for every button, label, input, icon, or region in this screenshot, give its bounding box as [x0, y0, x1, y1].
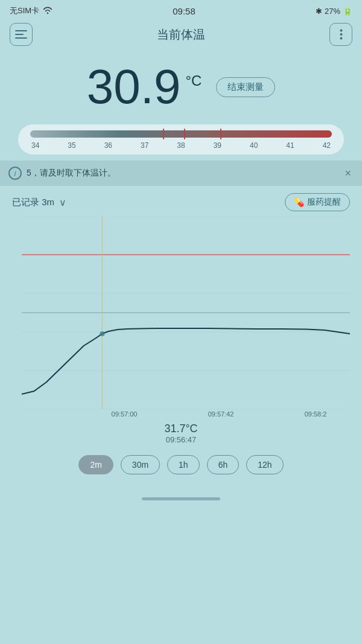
x-label-2: 09:57:42 [208, 410, 234, 418]
thermometer-scale: 34 35 36 37 38 39 40 41 42 [18, 124, 344, 155]
tooltip-temperature: 31.7°C [0, 422, 362, 435]
tick-375 [163, 129, 164, 139]
thermometer-track [30, 130, 332, 138]
bluetooth-icon: ✱ [316, 7, 322, 16]
chart-marker [100, 331, 104, 336]
menu-button[interactable] [10, 23, 33, 46]
temperature-value: 30.9 [87, 63, 181, 111]
app-header: 当前体温 [0, 19, 362, 52]
status-right: ✱ 27% 🔋 [316, 7, 352, 16]
home-indicator [142, 497, 220, 500]
time-range-buttons: 2m 30m 1h 6h 12h [0, 447, 362, 486]
record-label-group: 已记录 3m ∨ [12, 197, 66, 208]
svg-point-5 [340, 37, 342, 40]
svg-rect-0 [15, 30, 27, 31]
time-btn-6h[interactable]: 6h [207, 455, 240, 474]
scale-labels: 34 35 36 37 38 39 40 41 42 [30, 141, 332, 150]
chart-area [22, 216, 350, 409]
time-btn-12h[interactable]: 12h [246, 455, 283, 474]
temperature-unit: °C [185, 72, 202, 89]
time-btn-1h[interactable]: 1h [167, 455, 200, 474]
status-bar: 无SIM卡 09:58 ✱ 27% 🔋 [0, 0, 362, 19]
chart-section: 已记录 3m ∨ 💊 服药提醒 42 39 36 33 30 27 [0, 186, 362, 493]
time-display: 09:58 [173, 6, 195, 16]
chart-svg [22, 216, 350, 409]
x-axis-labels: 09:57:00 09:57:42 09:58:2 [0, 409, 362, 418]
x-label-3: 09:58:2 [305, 410, 327, 418]
info-close-button[interactable]: × [342, 167, 354, 180]
page-title: 当前体温 [157, 27, 205, 43]
info-banner: i 5，请及时取下体温计。 × [0, 161, 362, 186]
info-icon: i [8, 167, 22, 180]
med-reminder-button[interactable]: 💊 服药提醒 [285, 193, 350, 211]
tooltip-time: 09:56:47 [0, 435, 362, 444]
svg-rect-1 [15, 34, 24, 35]
svg-point-4 [340, 33, 342, 36]
svg-rect-2 [15, 37, 27, 39]
more-button[interactable] [329, 23, 352, 46]
tick-38 [184, 129, 185, 139]
x-label-1: 09:57:00 [112, 410, 138, 418]
carrier-label: 无SIM卡 [10, 5, 39, 16]
chevron-down-icon[interactable]: ∨ [59, 197, 66, 208]
svg-point-3 [340, 30, 342, 32]
status-left: 无SIM卡 [10, 5, 52, 16]
record-label: 已记录 3m [12, 197, 54, 208]
end-measurement-button[interactable]: 结束测量 [216, 77, 275, 97]
tick-385 [220, 129, 221, 139]
record-header: 已记录 3m ∨ 💊 服药提醒 [0, 186, 362, 216]
home-indicator-area [0, 493, 362, 508]
battery-icon: 🔋 [343, 7, 352, 16]
chart-tooltip: 31.7°C 09:56:47 [0, 418, 362, 447]
info-text: 5，请及时取下体温计。 [27, 168, 337, 179]
battery-label: 27% [325, 7, 340, 16]
wifi-icon [43, 7, 52, 16]
time-btn-2m[interactable]: 2m [78, 455, 113, 474]
temperature-display: 30.9 °C 结束测量 [0, 52, 362, 116]
pill-icon: 💊 [294, 197, 304, 207]
time-btn-30m[interactable]: 30m [121, 455, 160, 474]
